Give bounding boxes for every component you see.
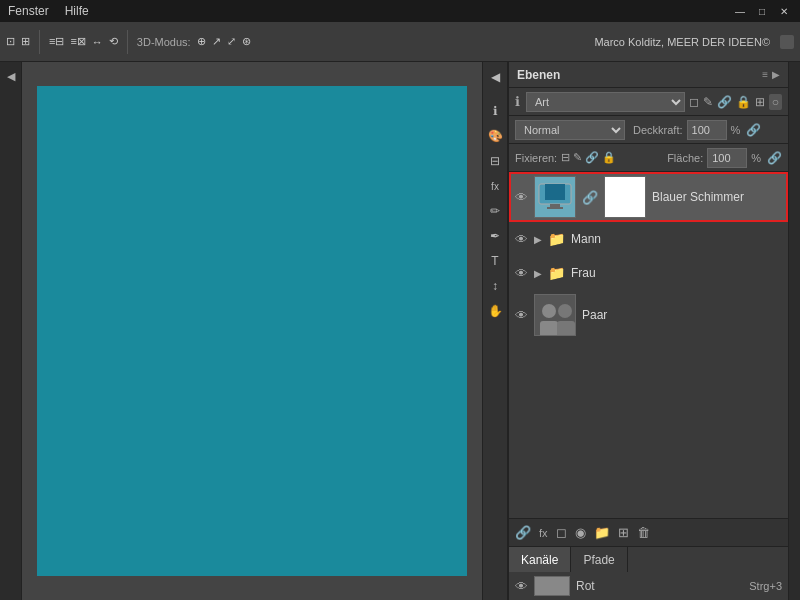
panel-header: Ebenen ≡ ▶ (509, 62, 788, 88)
kanale-row-rot[interactable]: 👁 Rot Strg+3 (509, 572, 788, 600)
lock-icon-1[interactable]: ⊟ (561, 151, 570, 164)
layer-thumb-3 (534, 294, 576, 336)
kanale-name-rot: Rot (576, 579, 743, 593)
lock-icon-4[interactable]: 🔒 (602, 151, 616, 164)
blend-mode-select[interactable]: Normal (515, 120, 625, 140)
layer-row-frau[interactable]: 👁 ▶ 📁 Frau (509, 256, 788, 290)
mask-icon[interactable]: ◻ (556, 525, 567, 540)
monitor-icon (537, 182, 573, 212)
pen-icon[interactable]: ✒ (484, 225, 506, 247)
layers-list: 👁 🔗 Blauer Schimmer 👁 ▶ (509, 172, 788, 518)
panel-arrow-icon[interactable]: ▶ (772, 69, 780, 80)
menu-bar[interactable]: Fenster Hilfe (8, 4, 89, 18)
filter-type-icon[interactable]: ℹ (515, 94, 520, 109)
visibility-eye-3[interactable]: 👁 (515, 308, 528, 323)
toolbar-sep-1 (39, 30, 40, 54)
layer-row-paar[interactable]: 👁 Paar (509, 290, 788, 340)
opacity-input[interactable] (687, 120, 727, 140)
visibility-eye-1[interactable]: 👁 (515, 232, 528, 247)
lock-icon-3[interactable]: 🔗 (585, 151, 599, 164)
tab-pfade[interactable]: Pfade (571, 547, 627, 572)
chain-icon[interactable]: 🔗 (746, 123, 761, 137)
sidebar-collapse[interactable]: ◀ (1, 66, 21, 86)
filter-icon-3[interactable]: 🔗 (717, 95, 732, 109)
layer-mask-0 (604, 176, 646, 218)
adj-icon[interactable]: ◉ (575, 525, 586, 540)
filter-icon-2[interactable]: ✎ (703, 95, 713, 109)
kanale-shortcut-rot: Strg+3 (749, 580, 782, 592)
panel-bottom: 🔗 fx ◻ ◉ 📁 ⊞ 🗑 (509, 518, 788, 546)
menu-hilfe[interactable]: Hilfe (65, 4, 89, 18)
info-icon[interactable]: ℹ (484, 100, 506, 122)
move-icon[interactable]: ↕ (484, 275, 506, 297)
filter-icon-1[interactable]: ◻ (689, 95, 699, 109)
tool-4[interactable]: ≡⊠ (70, 35, 85, 48)
filter-toggle[interactable]: ○ (769, 94, 782, 110)
delete-icon[interactable]: 🗑 (637, 525, 650, 540)
layer-name-2: Frau (571, 266, 782, 280)
tabs-bar: Kanäle Pfade (509, 546, 788, 572)
panel-title: Ebenen (517, 68, 560, 82)
tool-8[interactable]: ↗ (212, 35, 221, 48)
left-sidebar: ◀ (0, 62, 22, 600)
tool-7[interactable]: ⊕ (197, 35, 206, 48)
svg-rect-8 (557, 321, 575, 336)
panel-options-icon[interactable]: ≡ (762, 69, 768, 80)
expand-arrow-1[interactable]: ▶ (534, 234, 542, 245)
palette-icon[interactable]: 🎨 (484, 125, 506, 147)
type-icon[interactable]: T (484, 250, 506, 272)
hand-icon[interactable]: ✋ (484, 300, 506, 322)
folder-bottom-icon[interactable]: 📁 (594, 525, 610, 540)
tool-5[interactable]: ↔ (92, 36, 103, 48)
minimize-button[interactable]: — (732, 3, 748, 19)
folder-icon-2: 📁 (548, 265, 565, 281)
search-select[interactable]: Art (526, 92, 685, 112)
tab-kanale[interactable]: Kanäle (509, 547, 571, 572)
fill-input[interactable] (707, 148, 747, 168)
photo-placeholder (535, 295, 576, 336)
layers-panel: Ebenen ≡ ▶ ℹ Art ◻ ✎ 🔗 🔒 ⊞ ○ No (508, 62, 788, 600)
lock-icon-2[interactable]: ✎ (573, 151, 582, 164)
filter-icon-4[interactable]: 🔒 (736, 95, 751, 109)
filter-bar: ℹ Art ◻ ✎ 🔗 🔒 ⊞ ○ (509, 88, 788, 116)
visibility-eye-0[interactable]: 👁 (515, 190, 528, 205)
filter-icon-5[interactable]: ⊞ (755, 95, 765, 109)
fill-row: Fixieren: ⊟ ✎ 🔗 🔒 Fläche: % 🔗 (509, 144, 788, 172)
fx-icon[interactable]: fx (484, 175, 506, 197)
main-layout: ◀ ◀ ℹ 🎨 ⊟ fx ✏ ✒ T ↕ ✋ Ebenen ≡ ▶ ℹ (0, 62, 800, 600)
kanale-eye-rot[interactable]: 👁 (515, 579, 528, 594)
layer-row-mann[interactable]: 👁 ▶ 📁 Mann (509, 222, 788, 256)
maximize-button[interactable]: □ (754, 3, 770, 19)
fill-label: Fläche: (667, 152, 703, 164)
menu-fenster[interactable]: Fenster (8, 4, 49, 18)
layer-row-blauer-schimmer[interactable]: 👁 🔗 Blauer Schimmer (509, 172, 788, 222)
tool-6[interactable]: ⟲ (109, 35, 118, 48)
tool-panel: ◀ ℹ 🎨 ⊟ fx ✏ ✒ T ↕ ✋ (482, 62, 508, 600)
close-button[interactable]: ✕ (776, 3, 792, 19)
chain-link-0[interactable]: 🔗 (582, 190, 598, 205)
collapse-icon[interactable]: ◀ (484, 66, 506, 88)
layers-icon[interactable]: ⊟ (484, 150, 506, 172)
canvas-area (22, 62, 482, 600)
visibility-eye-2[interactable]: 👁 (515, 266, 528, 281)
filter-icons: ◻ ✎ 🔗 🔒 ⊞ ○ (689, 94, 782, 110)
toolbar: ⊡ ⊞ ≡⊟ ≡⊠ ↔ ⟲ 3D-Modus: ⊕ ↗ ⤢ ⊛ Marco Ko… (0, 22, 800, 62)
expand-arrow-2[interactable]: ▶ (534, 268, 542, 279)
brush-icon[interactable]: ✏ (484, 200, 506, 222)
tool-2[interactable]: ⊞ (21, 35, 30, 48)
tool-1[interactable]: ⊡ (6, 35, 15, 48)
fill-pct: % (751, 152, 761, 164)
svg-rect-1 (545, 184, 565, 200)
title-bar: Fenster Hilfe — □ ✕ (0, 0, 800, 22)
tool-10[interactable]: ⊛ (242, 35, 251, 48)
tool-3[interactable]: ≡⊟ (49, 35, 64, 48)
new-layer-icon[interactable]: ⊞ (618, 525, 629, 540)
tool-9[interactable]: ⤢ (227, 35, 236, 48)
window-controls[interactable]: — □ ✕ (732, 3, 792, 19)
fx-bottom-icon[interactable]: fx (539, 527, 548, 539)
link-icon[interactable]: 🔗 (515, 525, 531, 540)
kanale-thumb-rot (534, 576, 570, 596)
fill-chain-icon[interactable]: 🔗 (767, 151, 782, 165)
freeze-label: Fixieren: (515, 152, 557, 164)
opacity-label: Deckkraft: (633, 124, 683, 136)
